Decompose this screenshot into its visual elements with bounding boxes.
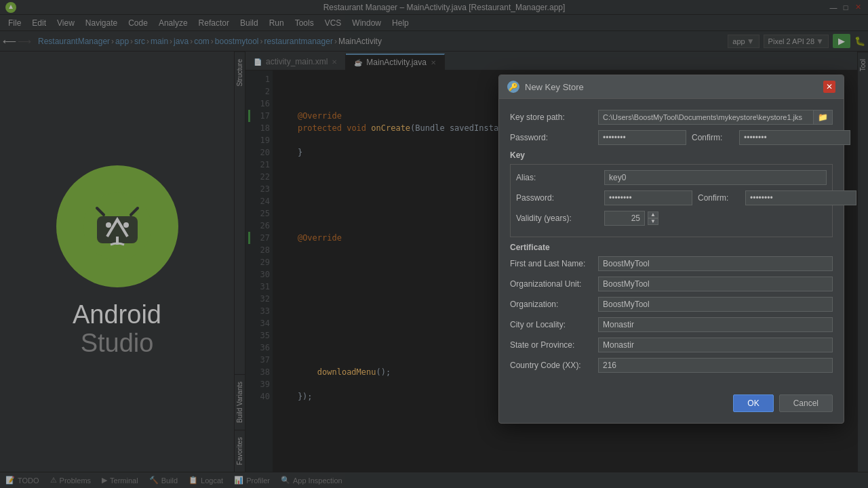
state-input[interactable] — [598, 338, 833, 352]
dialog-footer: OK Cancel — [499, 389, 844, 423]
validity-down-btn[interactable]: ▼ — [648, 218, 658, 225]
dialog-overlay: 🔑 New Key Store ✕ Key store path: 📁 Pass… — [0, 0, 868, 488]
password-input[interactable] — [598, 130, 686, 145]
org-unit-label: Organizational Unit: — [510, 279, 598, 289]
dialog-title: New Key Store — [525, 82, 584, 92]
dialog-title-bar: 🔑 New Key Store ✕ — [499, 75, 844, 99]
keystore-path-input-group: 📁 — [598, 110, 833, 125]
certificate-section-label: Certificate — [510, 243, 833, 252]
organization-label: Organization: — [510, 300, 598, 309]
first-last-name-row: First and Last Name: — [510, 256, 833, 271]
keystore-path-browse-btn[interactable]: 📁 — [813, 110, 833, 125]
validity-up-btn[interactable]: ▲ — [648, 211, 658, 218]
org-unit-row: Organizational Unit: — [510, 277, 833, 291]
cancel-button[interactable]: Cancel — [779, 394, 833, 412]
country-label: Country Code (XX): — [510, 361, 598, 370]
key-confirm-label: Confirm: — [698, 193, 745, 203]
dialog-close-button[interactable]: ✕ — [823, 81, 835, 93]
organization-row: Organization: — [510, 297, 833, 312]
key-password-input[interactable] — [604, 190, 692, 205]
keystore-path-input[interactable] — [598, 110, 813, 125]
org-unit-input[interactable] — [598, 277, 833, 291]
alias-input[interactable] — [604, 170, 827, 185]
keystore-path-label: Key store path: — [510, 113, 598, 122]
first-last-name-label: First and Last Name: — [510, 259, 598, 268]
country-row: Country Code (XX): — [510, 358, 833, 373]
alias-label: Alias: — [516, 173, 604, 182]
state-label: State or Province: — [510, 340, 598, 350]
ok-button[interactable]: OK — [733, 394, 773, 412]
confirm-password-input[interactable] — [739, 130, 850, 145]
country-input[interactable] — [598, 358, 833, 373]
organization-input[interactable] — [598, 297, 833, 312]
dialog-icon: 🔑 — [507, 81, 519, 93]
validity-row: Validity (years): ▲ ▼ — [516, 211, 827, 226]
key-password-label: Password: — [516, 193, 604, 203]
state-row: State or Province: — [510, 338, 833, 352]
password-label: Password: — [510, 133, 598, 142]
certificate-section: First and Last Name: Organizational Unit… — [510, 256, 833, 373]
key-section-label: Key — [510, 150, 833, 160]
key-password-row: Password: Confirm: — [516, 190, 827, 205]
key-section: Alias: Password: Confirm: Validity (year… — [510, 164, 833, 237]
city-input[interactable] — [598, 317, 833, 332]
city-label: City or Locality: — [510, 320, 598, 329]
key-confirm-input[interactable] — [745, 190, 856, 205]
new-keystore-dialog: 🔑 New Key Store ✕ Key store path: 📁 Pass… — [498, 75, 844, 424]
confirm-label: Confirm: — [692, 133, 739, 142]
validity-spinner: ▲ ▼ — [648, 211, 658, 225]
city-row: City or Locality: — [510, 317, 833, 332]
validity-label: Validity (years): — [516, 214, 604, 223]
alias-row: Alias: — [516, 170, 827, 185]
validity-control: ▲ ▼ — [604, 211, 658, 226]
dialog-body: Key store path: 📁 Password: Confirm: Key… — [499, 99, 844, 389]
password-row: Password: Confirm: — [510, 130, 833, 145]
keystore-path-row: Key store path: 📁 — [510, 110, 833, 125]
validity-input[interactable] — [604, 211, 645, 226]
first-last-name-input[interactable] — [598, 256, 833, 271]
